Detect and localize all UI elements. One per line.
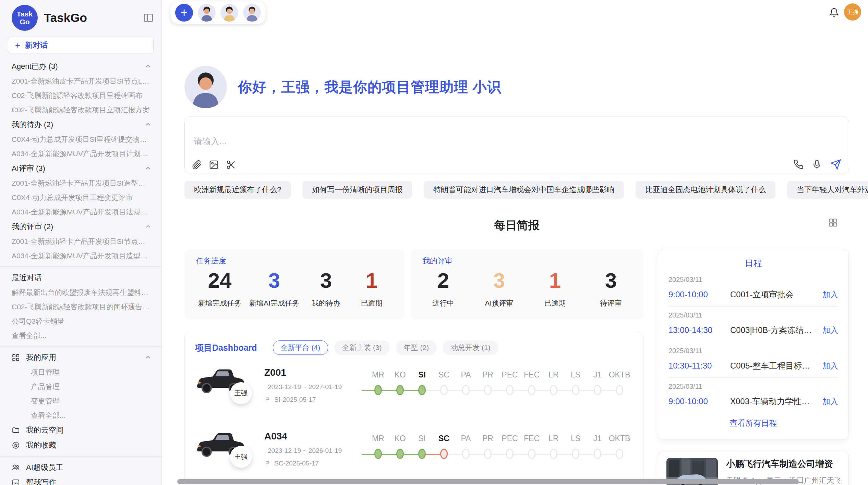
- sidebar-tools-list: AI超级员工帮我写作创意制图: [0, 460, 161, 485]
- microphone-button[interactable]: [812, 159, 822, 170]
- my-apps-label: 我的应用: [26, 352, 56, 363]
- notifications-button[interactable]: [829, 8, 839, 19]
- schedule-item: 2025/03/119:00-10:00X003-车辆动力学性能验...加入: [668, 378, 838, 413]
- new-chat-label: 新对话: [25, 40, 48, 50]
- app-logo: Task Go: [12, 5, 38, 31]
- app-shortcut-item[interactable]: 项目管理: [0, 365, 161, 380]
- sidebar-task-item[interactable]: C02-飞腾新能源轻客改款项目里程碑画布: [0, 88, 161, 103]
- stat-column: 1已逾期: [536, 268, 574, 308]
- sidebar-task-item[interactable]: Z001-全新燃油皮卡产品开发项目SI节点Lesson Learn报告: [0, 74, 161, 88]
- milestone-track: MRKOSISCPAPRPECFECLRLSJ1OKTB: [367, 430, 630, 482]
- suggestion-chip[interactable]: 欧洲新规最近颁布了什么?: [184, 181, 291, 199]
- milestone-dot: [594, 449, 601, 459]
- new-chat-button[interactable]: + 新对话: [8, 37, 154, 53]
- milestone-stop: LR: [543, 366, 565, 419]
- sidebar-section-header[interactable]: 我的评审 (2): [0, 219, 161, 234]
- sidebar-task-item[interactable]: Z001-全新燃油轻卡产品开发项目SI节点属性5D文件评审: [0, 234, 161, 249]
- voice-call-button[interactable]: [793, 159, 804, 170]
- screenshot-button[interactable]: [226, 160, 236, 170]
- milestone-stop: OKTB: [608, 430, 630, 482]
- milestone-label: PA: [461, 434, 471, 443]
- milestone-label: LS: [571, 370, 580, 380]
- milestone-label: PR: [482, 370, 493, 380]
- sidebar-item-favorites[interactable]: 我的收藏: [0, 438, 161, 453]
- sidebar-tool-2[interactable]: 帮我写作: [0, 475, 161, 485]
- recent-chat-item[interactable]: 解释最新出台的欧盟报废车法规再生塑料比例被调至15%...: [0, 285, 161, 300]
- briefing-layout-button[interactable]: [828, 218, 838, 229]
- view-all-schedule-link[interactable]: 查看所有日程: [668, 413, 838, 433]
- schedule-name: C005-整车工程目标评审: [730, 360, 818, 371]
- sidebar-task-item[interactable]: A034-全新新能源MUV产品开发项目法规符合性评审: [0, 205, 161, 219]
- logo-row: Task Go TaskGo: [0, 0, 161, 34]
- dashboard-header: 项目Dashboard 全新平台 (4)全新上装 (3)年型 (2)动总开发 (…: [195, 340, 633, 355]
- section-title: AI评审 (3): [12, 163, 45, 174]
- milestone-stop: LS: [565, 430, 587, 482]
- sidebar-item-cloud-space[interactable]: 我的云空间: [0, 423, 161, 438]
- join-meeting-link[interactable]: 加入: [822, 325, 838, 336]
- dashboard-tab[interactable]: 年型 (2): [396, 340, 437, 355]
- paperclip-icon: [192, 160, 202, 170]
- sidebar-item-my-apps[interactable]: 我的应用: [0, 350, 161, 365]
- send-button[interactable]: [830, 159, 841, 170]
- join-meeting-link[interactable]: 加入: [822, 396, 838, 407]
- send-icon: [830, 159, 841, 170]
- favorites-label: 我的收藏: [26, 440, 56, 450]
- project-row[interactable]: 王强A0342023-12-19 ~ 2026-01-19SC-2025-05-…: [195, 430, 633, 482]
- attachment-button[interactable]: [192, 160, 202, 170]
- milestone-label: LS: [571, 434, 580, 443]
- suggestion-chip[interactable]: 如何写一份清晰的项目周报: [302, 181, 412, 199]
- suggestion-chip[interactable]: 比亚迪全固态电池计划具体说了什么: [636, 181, 775, 199]
- app-shortcut-item[interactable]: 产品管理: [0, 380, 161, 394]
- milestone-dot: [418, 449, 426, 459]
- divider: [0, 456, 161, 457]
- my-apps-list: 项目管理产品管理变更管理查看全部...: [0, 365, 161, 423]
- schedule-item: 2025/03/1113:00-14:30C003|H0B-方案冻结评审加入: [668, 307, 838, 342]
- stat-label: 已逾期: [544, 298, 566, 308]
- project-info: A0342023-12-19 ~ 2026-01-19SC-2025-05-17: [264, 430, 338, 482]
- agent-avatar[interactable]: [220, 4, 238, 22]
- schedule-date: 2025/03/11: [668, 347, 838, 355]
- stat-column: 3待评审: [592, 268, 630, 308]
- user-avatar[interactable]: 王强: [844, 3, 861, 21]
- stat-label: AI预评审: [485, 298, 514, 308]
- recent-chats-header[interactable]: 最近对话: [0, 270, 161, 285]
- sidebar-task-item[interactable]: C0X4-动力总成开发项目SI里程碑提交物检查: [0, 132, 161, 147]
- sidebar-tool-1[interactable]: AI超级员工: [0, 460, 161, 475]
- agent-avatar[interactable]: [198, 4, 216, 22]
- stat-column: 3AI预评审: [480, 268, 518, 308]
- insert-image-button[interactable]: [209, 160, 219, 170]
- sidebar-section-header[interactable]: Agent已办 (3): [0, 59, 161, 74]
- sidebar-task-item[interactable]: A034-全新新能源MUV产品开发项目计划变更表编写: [0, 147, 161, 161]
- milestone-dot: [374, 385, 382, 395]
- suggestion-chip[interactable]: 特朗普可能对进口汽车增税会对中国车企造成哪些影响: [424, 181, 624, 199]
- project-row[interactable]: 王强Z0012023-12-19 ~ 2027-01-19SI-2025-05-…: [195, 366, 633, 419]
- add-conversation-button[interactable]: +: [175, 4, 193, 22]
- milestone-label: J1: [593, 370, 602, 380]
- app-shortcut-item[interactable]: 查看全部...: [0, 408, 161, 423]
- sidebar-section-header[interactable]: 我的待办 (2): [0, 117, 161, 132]
- app-shortcut-item[interactable]: 变更管理: [0, 394, 161, 408]
- dashboard-tab[interactable]: 全新平台 (4): [273, 340, 328, 355]
- stat-value: 24: [208, 268, 232, 293]
- chat-input[interactable]: [190, 133, 780, 150]
- sidebar-task-item[interactable]: C0X4-动力总成开发项目工程变更评审: [0, 190, 161, 205]
- sidebar-task-item[interactable]: Z001-全新燃油轻卡产品开发项目SI造型提交物评审: [0, 176, 161, 190]
- recent-chat-item[interactable]: 公司Q3轻卡销量: [0, 314, 161, 328]
- sidebar-section-header[interactable]: AI评审 (3): [0, 161, 161, 176]
- dashboard-tab[interactable]: 全新上装 (3): [334, 340, 390, 355]
- dashboard-tab[interactable]: 动总开发 (1): [443, 340, 498, 355]
- sidebar-task-item[interactable]: A034-全新新能源MUV产品开发项目造型可行性评审: [0, 249, 161, 263]
- milestone-label: KO: [394, 370, 406, 380]
- greeting-block: 你好，王强，我是你的项目管理助理 小识: [184, 66, 501, 108]
- join-meeting-link[interactable]: 加入: [822, 289, 838, 300]
- sidebar-task-item[interactable]: C02-飞腾新能源轻客改款项目立项汇报方案: [0, 103, 161, 117]
- project-vehicle: 王强: [195, 430, 246, 482]
- recent-chat-item[interactable]: C02-飞腾新能源轻客改款项目的闭环通告反馈情况: [0, 300, 161, 314]
- join-meeting-link[interactable]: 加入: [822, 361, 838, 371]
- sidebar-collapse-button[interactable]: [143, 12, 154, 23]
- my-review-stats: 2进行中3AI预评审1已逾期3待评审: [422, 268, 632, 308]
- recent-chat-item[interactable]: 查看全部...: [0, 328, 161, 343]
- schedule-date: 2025/03/11: [668, 276, 838, 284]
- suggestion-chip[interactable]: 当下年轻人对汽车外观有怎样的喜好趋势: [787, 181, 868, 199]
- agent-avatar[interactable]: [243, 4, 261, 22]
